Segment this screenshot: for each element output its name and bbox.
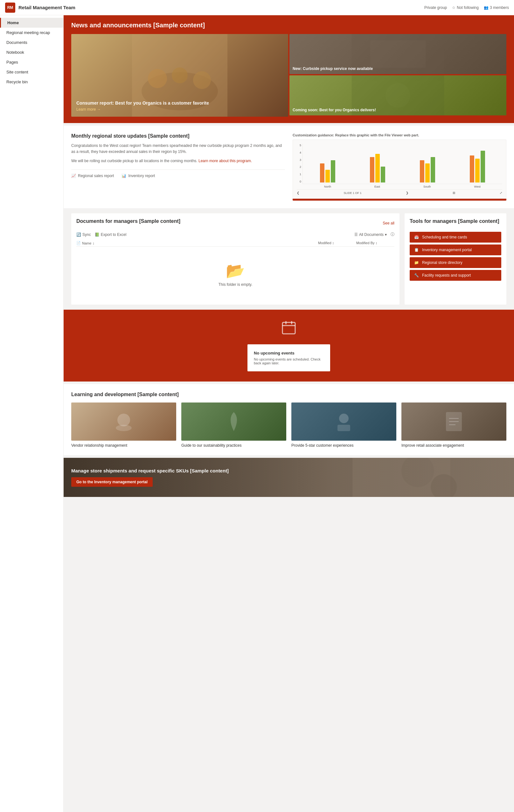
customer-card-title: Provide 5-star customer experiences [291,443,396,448]
docs-toolbar: 🔄 Sync 📗 Export to Excel ☰ All Documents… [76,232,394,237]
sidebar-item-recycle-bin[interactable]: Recycle bin [0,77,63,87]
bar-west-2 [475,158,480,182]
footer-cta-content: Manage store shipments and request speci… [71,468,229,487]
tool-scheduling[interactable]: 📅 Scheduling and time cards [410,232,501,242]
visibility-label: Private group [424,5,447,10]
learning-card-vendor[interactable]: Vendor relationship management [71,403,176,448]
sync-button[interactable]: 🔄 Sync [76,232,91,237]
follow-button[interactable]: ☆ Not following [452,5,479,10]
col-modified-by: Modified By ↕ [356,241,394,245]
svg-rect-9 [282,322,295,334]
sidebar-item-site-content[interactable]: Site content [0,67,63,77]
tool-facility[interactable]: 🔧 Facility requests and support [410,270,501,281]
hero-bottom-right[interactable]: Coming soon: Best for you Organics deliv… [289,75,506,115]
report-links: 📈 Regional sales report 📊 Inventory repo… [71,170,285,178]
regional-sales-report-link[interactable]: 📈 Regional sales report [71,174,114,178]
learning-img-engagement [401,403,506,441]
top-bar-left: RM Retail Management Team [5,3,76,13]
see-all-link[interactable]: See all [383,221,394,225]
bar-east-1 [370,157,374,182]
chart-bars-area: North East South West [303,144,502,188]
site-title: Retail Management Team [19,5,76,10]
bar-south-1 [420,160,424,182]
chart-group-east [370,154,385,182]
chart-grid-btn[interactable]: ⊞ [453,191,455,195]
svg-rect-16 [338,425,350,431]
svg-point-8 [385,83,410,108]
engagement-card-title: Improve retail associate engagement [401,443,506,448]
bar-north-3 [331,160,335,182]
chart-prev-btn[interactable]: ❮ [297,191,299,195]
sidebar-item-documents[interactable]: Documents [0,37,63,47]
svg-point-4 [193,71,211,89]
bar-east-2 [375,154,380,182]
svg-point-2 [148,69,167,88]
monthly-text: Monthly regional store updates [Sample c… [71,133,285,201]
main-content: News and announcements [Sample content] … [64,15,514,812]
export-button[interactable]: 📗 Export to Excel [95,232,126,237]
col-name: 📄 Name ↕ [76,241,318,245]
bars-container [303,144,502,184]
empty-folder-icon: 📂 [83,262,388,280]
sort-icon-3[interactable]: ↕ [376,241,377,245]
hero-main-caption: Consumer report: Best for you Organics i… [76,100,209,112]
learning-card-customer[interactable]: Provide 5-star customer experiences [291,403,396,448]
cta-button[interactable]: Go to the Inventory management portal [71,477,153,487]
hero-top-right[interactable]: New: Curbside pickup service now availab… [289,34,506,74]
no-events-text: No upcoming events are scheduled. Check … [254,357,324,365]
inventory-report-link[interactable]: 📊 Inventory report [121,174,155,178]
members-button[interactable]: 👥 3 members [484,5,509,10]
sustainability-illustration [221,409,247,434]
sidebar-item-notebook[interactable]: Notebook [0,47,63,57]
sort-icon[interactable]: ↕ [92,241,94,245]
no-events-title: No upcoming events [254,351,324,355]
chart-area: 543210 [297,144,502,188]
monthly-grid: Monthly regional store updates [Sample c… [71,133,506,201]
chart-group-south [420,157,435,182]
learning-img-sustainability [181,403,286,441]
chart-brand-bar [293,199,506,201]
chart-expand-btn[interactable]: ⤢ [500,191,502,195]
chart-x-labels: North East South West [303,184,502,188]
sidebar-item-regional-meeting-recap[interactable]: Regional meeting recap [0,28,63,37]
calendar-svg [281,320,296,335]
learning-title: Learning and development [Sample content… [71,392,506,398]
svg-rect-6 [370,40,426,68]
chart-next-btn[interactable]: ❯ [406,191,408,195]
top-bar-right: Private group ☆ Not following 👥 3 member… [424,5,509,10]
monthly-learn-more-link[interactable]: Learn more about this program. [198,158,252,163]
events-section: No upcoming events No upcoming events ar… [64,310,514,381]
chart-icon: 📈 [71,174,76,178]
all-docs-button[interactable]: ☰ All Documents ▾ [354,232,387,237]
monthly-section-title: Monthly regional store updates [Sample c… [71,133,285,139]
docs-info-button[interactable]: ⓘ [391,232,394,237]
hero-learn-more-link[interactable]: Learn more → [76,107,101,112]
tool-regional-store[interactable]: 📁 Regional store directory [410,257,501,268]
tool-inventory[interactable]: 📋 Inventory management portal [410,244,501,255]
vendor-card-title: Vendor relationship management [71,443,176,448]
sort-icon-2[interactable]: ↕ [333,241,334,245]
chart-label-south: South [423,185,431,188]
chevron-down-icon: ▾ [385,232,387,237]
hero-section: News and announcements [Sample content] … [64,15,514,123]
info-icon: ⓘ [391,232,394,237]
site-icon: RM [5,3,15,13]
svg-point-15 [339,414,349,423]
sidebar-item-home[interactable]: Home [0,18,63,28]
col-modified: Modified ↕ [318,241,356,245]
hero-title: News and announcements [Sample content] [71,22,506,29]
hero-main-image[interactable]: Consumer report: Best for you Organics i… [71,34,288,117]
chart-slide-label: SLIDE 1 OF 1 [344,192,361,195]
monthly-updates-section: Monthly regional store updates [Sample c… [64,125,514,208]
customer-illustration [331,409,356,434]
learning-section: Learning and development [Sample content… [64,384,514,455]
events-card: No upcoming events No upcoming events ar… [248,344,330,371]
bar-south-2 [425,164,430,182]
docs-column-headers: 📄 Name ↕ Modified ↕ Modified By ↕ [76,240,394,247]
chart-y-axis: 543210 [297,144,301,188]
filter-icon: ☰ [354,232,358,237]
learning-card-engagement[interactable]: Improve retail associate engagement [401,403,506,448]
sidebar-item-pages[interactable]: Pages [0,57,63,67]
svg-point-13 [117,414,130,426]
learning-card-sustainability[interactable]: Guide to our sustainability practices [181,403,286,448]
